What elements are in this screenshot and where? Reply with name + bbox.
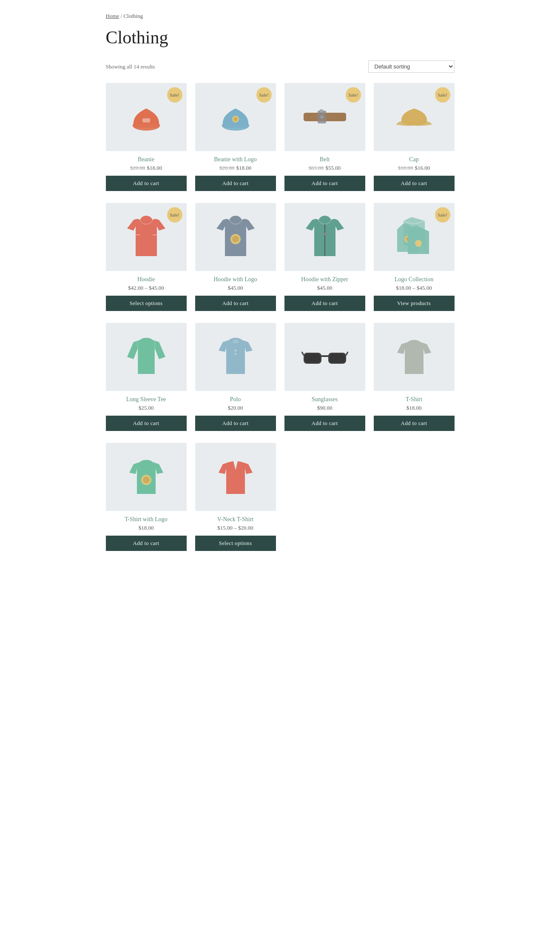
add-to-cart-button[interactable]: Add to cart: [195, 416, 276, 431]
breadcrumb-current: Clothing: [123, 13, 143, 19]
svg-point-25: [415, 240, 422, 247]
product-name: Logo Collection: [395, 276, 433, 283]
product-price: $18.00$16.00: [398, 165, 430, 171]
product-illustration: [123, 94, 170, 140]
product-price: $20.00: [228, 405, 243, 411]
svg-point-32: [235, 353, 236, 355]
add-to-cart-button[interactable]: Add to cart: [374, 176, 455, 191]
sale-badge: Sale!: [435, 87, 450, 103]
result-count: Showing all 14 results: [106, 63, 155, 70]
add-to-cart-button[interactable]: Add to cart: [284, 296, 365, 311]
product-illustration: [212, 454, 259, 500]
shop-toolbar: Showing all 14 results Default sortingSo…: [106, 60, 455, 73]
product-image-wrap: Sale!: [374, 83, 455, 151]
product-card: Sale! Logo Collection$18.00 – $45.00View…: [374, 203, 455, 311]
product-price: $45.00: [317, 285, 333, 291]
product-price: $25.00: [139, 405, 154, 411]
add-to-cart-button[interactable]: Add to cart: [195, 176, 276, 191]
product-card: Sale! Hoodie$42.00 – $45.00Select option…: [106, 203, 187, 311]
svg-point-31: [235, 350, 236, 351]
sale-badge: Sale!: [256, 87, 272, 103]
price-original: $20.00: [219, 165, 235, 171]
product-card: Sunglasses$90.00Add to cart: [284, 323, 365, 431]
product-name: T-Shirt: [406, 396, 422, 403]
sort-select[interactable]: Default sortingSort by popularitySort by…: [368, 60, 455, 73]
product-image-wrap: [195, 203, 276, 271]
breadcrumb-home[interactable]: Home: [106, 13, 119, 19]
price-sale: $42.00 – $45.00: [128, 285, 164, 291]
sale-badge: Sale!: [346, 87, 361, 103]
product-image-wrap: [284, 203, 365, 271]
price-sale: $55.00: [326, 165, 341, 171]
product-card: Hoodie with Logo$45.00Add to cart: [195, 203, 276, 311]
add-to-cart-button[interactable]: Add to cart: [284, 176, 365, 191]
product-name: Sunglasses: [312, 396, 338, 403]
add-to-cart-button[interactable]: Add to cart: [195, 296, 276, 311]
product-illustration: [391, 214, 438, 260]
product-card: T-Shirt with Logo$18.00Add to cart: [106, 443, 187, 551]
price-sale: $90.00: [317, 405, 333, 411]
product-card: Sale! Cap$18.00$16.00Add to cart: [374, 83, 455, 191]
add-to-cart-button[interactable]: Add to cart: [374, 416, 455, 431]
svg-line-36: [302, 352, 304, 355]
product-image-wrap: Sale!: [374, 203, 455, 271]
product-illustration: [212, 94, 259, 140]
product-image-wrap: [106, 323, 187, 391]
price-sale: $18.00: [147, 165, 162, 171]
svg-rect-39: [330, 354, 345, 362]
product-image-wrap: Sale!: [284, 83, 365, 151]
svg-point-12: [320, 115, 324, 119]
product-illustration: [391, 334, 438, 380]
product-card: T-Shirt$18.00Add to cart: [374, 323, 455, 431]
price-sale: $45.00: [228, 285, 243, 291]
product-card: Long Sleeve Tee$25.00Add to cart: [106, 323, 187, 431]
product-image-wrap: [195, 443, 276, 511]
product-name: Cap: [409, 156, 419, 163]
breadcrumb: Home / Clothing: [106, 13, 455, 20]
product-image-wrap: Sale!: [195, 83, 276, 151]
product-illustration: [301, 94, 348, 140]
svg-point-20: [232, 236, 239, 243]
svg-rect-4: [222, 123, 249, 128]
product-illustration: [212, 334, 259, 380]
price-sale: $20.00: [228, 405, 243, 411]
product-price: $45.00: [228, 285, 243, 291]
svg-point-14: [315, 116, 318, 118]
price-original: $18.00: [398, 165, 413, 171]
product-price: $18.00: [406, 405, 422, 411]
select-options-button[interactable]: Select options: [195, 536, 276, 551]
svg-point-6: [233, 117, 238, 121]
price-sale: $25.00: [139, 405, 154, 411]
product-name: Hoodie with Zipper: [301, 276, 348, 283]
product-card: V-Neck T-Shirt$15.00 – $20.00Select opti…: [195, 443, 276, 551]
product-price: $90.00: [317, 405, 333, 411]
svg-line-37: [346, 352, 348, 355]
product-price: $42.00 – $45.00: [128, 285, 164, 291]
add-to-cart-button[interactable]: Add to cart: [106, 536, 187, 551]
svg-point-41: [143, 476, 150, 483]
product-price: $15.00 – $20.00: [217, 525, 253, 531]
price-original: $20.00: [130, 165, 145, 171]
product-illustration: [123, 334, 170, 380]
sale-badge: Sale!: [167, 207, 182, 223]
product-image-wrap: Sale!: [106, 203, 187, 271]
product-price: $20.00$18.00: [219, 165, 252, 171]
add-to-cart-button[interactable]: Add to cart: [106, 176, 187, 191]
price-sale: $18.00 – $45.00: [396, 285, 432, 291]
product-image-wrap: Sale!: [106, 83, 187, 151]
product-illustration: [301, 334, 348, 380]
product-image-wrap: [374, 323, 455, 391]
product-card: Polo$20.00Add to cart: [195, 323, 276, 431]
svg-rect-28: [233, 339, 238, 347]
select-options-button[interactable]: Select options: [106, 296, 187, 311]
product-illustration: [391, 94, 438, 140]
add-to-cart-button[interactable]: Add to cart: [106, 416, 187, 431]
product-image-wrap: [284, 323, 365, 391]
view-products-button[interactable]: View products: [374, 296, 455, 311]
add-to-cart-button[interactable]: Add to cart: [284, 416, 365, 431]
svg-point-15: [328, 116, 330, 118]
svg-rect-11: [320, 109, 323, 112]
svg-rect-38: [305, 354, 320, 362]
product-card: Sale! Beanie with Logo$20.00$18.00Add to…: [195, 83, 276, 191]
page-wrapper: Home / Clothing Clothing Showing all 14 …: [89, 0, 472, 576]
